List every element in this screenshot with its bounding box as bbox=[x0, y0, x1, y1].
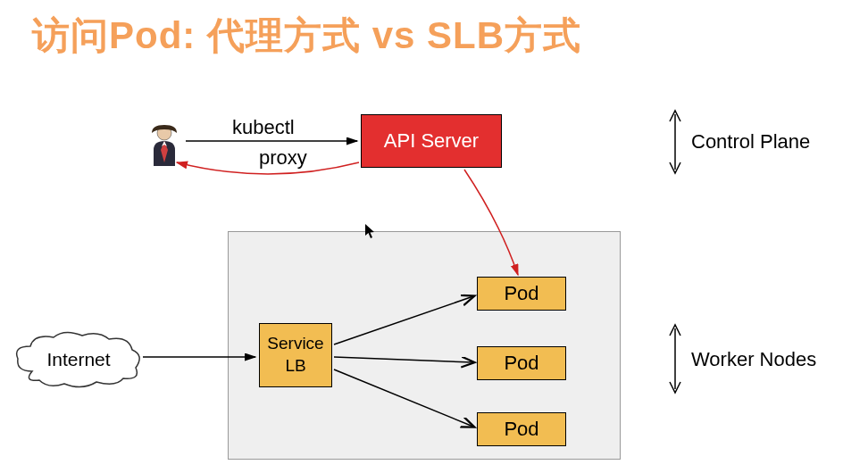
user-icon bbox=[146, 123, 182, 166]
page-title: 访问Pod: 代理方式 vs SLB方式 bbox=[32, 11, 581, 61]
service-label-1: Service bbox=[267, 333, 323, 355]
service-lb-box: Service LB bbox=[259, 323, 332, 387]
control-plane-label: Control Plane bbox=[691, 130, 810, 154]
pod-box-1: Pod bbox=[477, 277, 566, 311]
pod-box-2: Pod bbox=[477, 346, 566, 380]
service-label-2: LB bbox=[285, 355, 305, 378]
kubectl-label: kubectl bbox=[232, 116, 295, 139]
proxy-label: proxy bbox=[259, 146, 307, 170]
internet-label: Internet bbox=[46, 349, 110, 370]
internet-cloud: Internet bbox=[25, 341, 132, 378]
api-server-box: API Server bbox=[361, 114, 502, 168]
worker-nodes-label: Worker Nodes bbox=[691, 348, 816, 371]
pod-box-3: Pod bbox=[477, 412, 566, 446]
